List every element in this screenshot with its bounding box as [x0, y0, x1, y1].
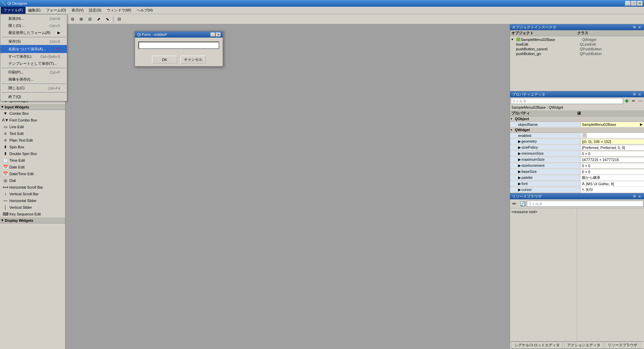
menu-item-view[interactable]: 表示(V): [69, 7, 87, 14]
sidebar-item-horizontal-slider[interactable]: — Horizontal Slider: [0, 197, 65, 204]
resource-toolbar: ✏ 🔄: [510, 199, 644, 208]
sidebar-item-combo-box[interactable]: ▼ Combo Box: [0, 110, 65, 117]
size-increment-expand-icon[interactable]: ▶: [518, 163, 521, 167]
sidebar-item-date-edit[interactable]: 📅 Date Edit: [0, 164, 65, 170]
menu-save-as[interactable]: 名前をつけて保存(A)... ←: [0, 45, 67, 53]
object-inspector-close-btn[interactable]: ✕: [637, 25, 642, 30]
sidebar-item-spin-box[interactable]: ⬍ Spin Box: [0, 144, 65, 150]
size-policy-expand-icon[interactable]: ▶: [518, 145, 521, 149]
tab-resource-browser[interactable]: リソースブラウザ: [605, 342, 640, 349]
property-header: プロパティ 値: [510, 110, 644, 116]
menu-quit[interactable]: 終了(Q): [0, 93, 67, 100]
resource-refresh-btn[interactable]: 🔄: [519, 200, 526, 207]
menu-save[interactable]: 保存(S) Ctrl+S: [0, 38, 67, 45]
min-size-expand-icon[interactable]: ▶: [518, 151, 521, 155]
toolbar-btn-9[interactable]: ⊞: [77, 15, 85, 23]
prop-edit-btn-object-name[interactable]: ▶: [640, 122, 643, 126]
resource-browser-float-btn[interactable]: ⧉: [632, 194, 637, 199]
canvas-area[interactable]: Qt Form - untitled* _ ✕ OK キャンセル: [65, 24, 510, 349]
property-editor-close-btn[interactable]: ✕: [637, 92, 642, 97]
menu-open[interactable]: 開く(O)... Ctrl+O: [0, 22, 67, 29]
menu-save-all[interactable]: すべて保存(L) Ctrl+Shift+S: [0, 53, 67, 60]
dialog-input-field[interactable]: [138, 42, 219, 49]
menu-new[interactable]: 新規(N)... Ctrl+N: [0, 15, 67, 22]
property-filter-input[interactable]: [511, 98, 623, 104]
font-expand-icon[interactable]: ▶: [518, 182, 521, 186]
sidebar-item-date-time-edit[interactable]: 📅 Date/Time Edit: [0, 170, 65, 177]
prop-group-qwidget[interactable]: ▾ QWidget: [510, 128, 644, 133]
tab-signal-slot[interactable]: シグナル/スロットエディタ: [511, 342, 563, 349]
menu-close[interactable]: 閉じる(C) Ctrl+F4: [0, 85, 67, 92]
resource-browser-close-btn[interactable]: ✕: [637, 194, 642, 199]
menu-item-settings[interactable]: 設定(S): [86, 7, 104, 14]
sidebar-item-key-sequence[interactable]: ⌨ Key Sequence Edit: [0, 211, 65, 217]
dialog-minimize-btn[interactable]: _: [211, 33, 215, 37]
right-panels: オブジェクトインスペクタ ⧉ ✕ オブジェクト クラス ▾ 🟩 SampleMe…: [510, 24, 644, 349]
prop-value-object-name[interactable]: SampleMenu02Base ▶: [581, 122, 644, 127]
menu-print[interactable]: 印刷(P)... Ctrl+P: [0, 69, 67, 76]
sidebar-item-plain-text-edit[interactable]: ≡ Plain Text Edit: [0, 137, 65, 144]
property-edit-btn[interactable]: ✏: [631, 98, 637, 104]
dialog-ok-button[interactable]: OK: [152, 56, 177, 63]
palette-expand-icon[interactable]: ▶: [518, 176, 521, 180]
menu-item-help[interactable]: ヘルプ(H): [134, 7, 155, 14]
sidebar-item-font-combo-box[interactable]: A▼ Font Combo Box: [0, 117, 65, 123]
enabled-checkbox[interactable]: ☑: [582, 133, 587, 138]
toolbar-btn-13[interactable]: ⊟: [115, 15, 123, 23]
menu-item-form[interactable]: フォーム(O): [43, 7, 69, 14]
menu-save-image[interactable]: 画像を保存(I)...: [0, 76, 67, 83]
obj-row-pushbutton-go[interactable]: pushButton_go QPushButton: [511, 51, 643, 56]
resource-edit-btn[interactable]: ✏: [511, 200, 518, 207]
minimize-button[interactable]: _: [625, 1, 631, 6]
object-inspector-float-btn[interactable]: ⧉: [632, 25, 637, 30]
toolbar-btn-8[interactable]: ⧉: [68, 15, 77, 23]
section-label-display: Display Widgets: [5, 218, 33, 222]
obj-row-root[interactable]: ▾ 🟩 SampleMenu02Base QWidget: [511, 37, 643, 42]
tab-action-editor[interactable]: アクションエディタ: [564, 342, 603, 349]
sidebar-label-font-combo-box: Font Combo Box: [9, 118, 37, 122]
menu-item-file[interactable]: ファイル(F): [1, 7, 26, 14]
cursor-expand-icon[interactable]: ▶: [518, 188, 521, 192]
close-button[interactable]: ✕: [637, 1, 643, 6]
maximize-button[interactable]: □: [631, 1, 637, 6]
resource-filter-input[interactable]: [527, 201, 643, 207]
base-size-expand-icon[interactable]: ▶: [518, 169, 521, 173]
sidebar-item-horizontal-scroll[interactable]: ⟺ Horizontal Scroll Bar: [0, 184, 65, 191]
max-size-expand-icon[interactable]: ▶: [518, 157, 521, 161]
property-editor-float-btn[interactable]: ⧉: [632, 92, 637, 97]
dialog-close-btn[interactable]: ✕: [216, 33, 221, 37]
menu-recent[interactable]: 最近使用したフォーム(R) ▶: [0, 29, 67, 36]
obj-row-pushbutton-cancel[interactable]: pushButton_cancel QPushButton: [511, 47, 643, 51]
menu-item-edit[interactable]: 編集(E): [26, 7, 43, 14]
text-edit-icon: ≡: [3, 131, 8, 136]
sidebar-section-input[interactable]: ▾ Input Widgets: [0, 104, 65, 110]
sidebar-item-text-edit[interactable]: ≡ Text Edit: [0, 130, 65, 137]
property-table: ▾ QObject objectName SampleMenu02Base ▶ …: [510, 116, 644, 193]
menu-save-template[interactable]: テンプレートとして保存(T)...: [0, 60, 67, 67]
sidebar-label-horizontal-slider: Horizontal Slider: [9, 199, 37, 203]
sidebar-item-time-edit[interactable]: 🕐 Time Edit: [0, 157, 65, 164]
toolbar-btn-10[interactable]: ⊟: [86, 15, 94, 23]
prop-row-geometry: ▶geometry [(0, 0), 336 × 152]: [510, 139, 644, 145]
geometry-expand-icon[interactable]: ▶: [518, 139, 521, 143]
sidebar-item-vertical-slider[interactable]: │ Vertical Slider: [0, 204, 65, 211]
sidebar-item-vertical-scroll[interactable]: ↕ Vertical Scroll Bar: [0, 191, 65, 197]
sidebar-item-double-spin-box[interactable]: ⬍ Double Spin Box: [0, 150, 65, 157]
property-add-btn[interactable]: ✚: [624, 98, 630, 104]
prop-group-qobject[interactable]: ▾ QObject: [510, 116, 644, 121]
toolbar-btn-12[interactable]: ⬊: [103, 15, 111, 23]
resource-tree: <resource root>: [510, 208, 577, 341]
toolbar-btn-11[interactable]: ⬈: [95, 15, 103, 23]
obj-expand-root[interactable]: ▾: [511, 37, 515, 42]
obj-row-line-edit[interactable]: lineEdit QLineEdit: [511, 42, 643, 47]
menu-item-window[interactable]: ウィンドウ(W): [104, 7, 134, 14]
prop-value-enabled[interactable]: ☑: [581, 133, 644, 138]
sidebar-label-vertical-slider: Vertical Slider: [9, 205, 32, 209]
sidebar-item-dial[interactable]: ◎ Dial: [0, 177, 65, 184]
prop-row-object-name: objectName SampleMenu02Base ▶: [510, 121, 644, 128]
resource-browser-panel: リソースブラウザ ⧉ ✕ ✏ 🔄 <resource root> シグナル/スロ…: [510, 193, 644, 349]
sidebar-item-line-edit[interactable]: ▭ Line Edit: [0, 123, 65, 130]
dialog-cancel-button[interactable]: キャンセル: [181, 56, 206, 63]
sidebar-section-display[interactable]: ▾ Display Widgets: [0, 217, 65, 223]
property-more-btn[interactable]: ⋯: [637, 98, 643, 104]
